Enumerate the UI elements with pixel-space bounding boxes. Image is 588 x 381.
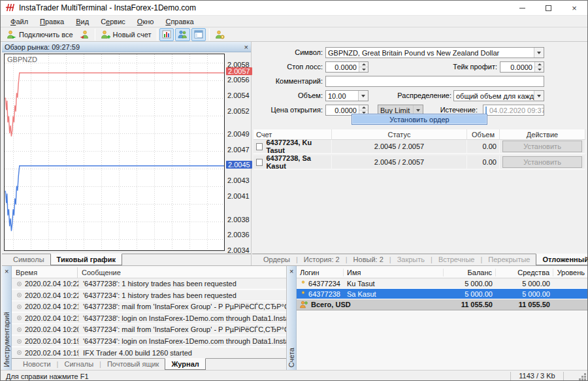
person-connect-icon <box>7 30 16 39</box>
order-tabs: Ордеры|История: 2|Новый: 2|Закрыть|Встре… <box>252 254 587 265</box>
connect-all-label: Подключить все <box>19 31 73 39</box>
volume-select[interactable]: 10.00 <box>325 90 368 101</box>
account-row[interactable]: 64377234Ku Tasut5 000.005 000.00 <box>297 278 588 289</box>
account-checkbox[interactable] <box>256 143 263 150</box>
symbol-label: Символ: <box>252 47 323 56</box>
accounts-close-icon[interactable]: × <box>289 267 293 275</box>
market-watch-close-icon[interactable]: × <box>244 44 248 50</box>
journal-tab-0[interactable]: Новости <box>17 359 57 370</box>
accounts-strip: × Счета <box>287 266 297 370</box>
log-entry-icon <box>17 339 22 344</box>
stop-loss-value: 0.0000 <box>326 63 359 71</box>
log-entry-icon <box>17 316 22 320</box>
journal-row[interactable]: 2020.02.04 10:22:2...'64377238': 1 histo… <box>12 278 286 290</box>
account-person-icon <box>300 280 306 288</box>
accounts-panel: × Счета ЛогинИмяБалансСредстваУровень643… <box>286 265 587 370</box>
expiry-field[interactable]: 04.02.2020 09:37 <box>483 105 544 116</box>
accounts-toggle[interactable] <box>175 28 190 41</box>
spin-up-icon[interactable] <box>359 105 368 110</box>
place-order-button[interactable]: Установить ордер <box>351 114 487 125</box>
new-account-label: Новый счет <box>113 31 152 39</box>
account-row[interactable]: 64377238Sa Kasut5 000.005 000.00 <box>297 289 588 299</box>
status-row-quotes: 2.0045 / 2.0057 <box>332 156 467 170</box>
symbol-select[interactable]: GBPNZD, Great Britain Pound vs New Zeala… <box>325 47 544 58</box>
account-checkbox[interactable] <box>256 159 263 166</box>
menu-item-5[interactable]: Справка <box>159 17 199 26</box>
comment-label: Комментарий: <box>252 76 323 85</box>
menu-item-1[interactable]: Правка <box>34 17 70 26</box>
journal-time: 2020.02.04 10:22:2... <box>25 291 78 299</box>
place-button-disabled[interactable]: Установить <box>502 156 582 168</box>
journal-tab-2[interactable]: Почтовый ящик <box>101 359 165 370</box>
spin-up-icon[interactable] <box>535 62 544 67</box>
spin-down-icon[interactable] <box>359 67 368 72</box>
log-entry-icon <box>17 327 22 332</box>
stop-loss-input[interactable]: 0.0000 <box>325 61 368 73</box>
menu-item-2[interactable]: Вид <box>70 17 95 26</box>
orders-tab-1[interactable]: История: 2 <box>298 254 346 265</box>
status-row-account[interactable]: 64377234, Ku Tasut <box>253 140 332 154</box>
close-button[interactable]: × <box>561 1 587 15</box>
journal-close-icon[interactable]: × <box>5 267 8 275</box>
terminal-toggle[interactable] <box>191 28 206 41</box>
status-row-account[interactable]: 64377238, Sa Kasut <box>253 156 332 170</box>
menu-item-0[interactable]: Файл <box>5 17 34 26</box>
person-disconnect-icon <box>80 30 90 39</box>
account-login: 64377238 <box>297 290 344 298</box>
journal-row[interactable]: 2020.02.04 10:21:0...'64377238': login o… <box>12 313 286 324</box>
axis-tick-8: 2.0038 <box>227 216 250 224</box>
place-button-disabled[interactable]: Установить <box>502 141 582 152</box>
account-settings-button[interactable] <box>212 28 228 41</box>
open-price-label: Цена открытия: <box>252 105 323 114</box>
distribution-value: общий объем для каждого ордера <box>454 92 534 100</box>
resize-grip[interactable] <box>584 378 586 380</box>
orders-tab-0[interactable]: Ордеры <box>257 254 296 265</box>
spin-up-icon[interactable] <box>359 62 368 67</box>
disconnect-all-button[interactable] <box>76 28 93 41</box>
journal-tab-3[interactable]: Журнал <box>165 358 205 370</box>
chevron-down-icon <box>358 91 368 101</box>
take-profit-input[interactable]: 0.0000 <box>500 61 544 73</box>
orders-tab-4[interactable]: Встречные <box>433 254 481 265</box>
distribution-select[interactable]: общий объем для каждого ордера <box>453 90 544 101</box>
journal-row[interactable]: 2020.02.04 10:21:1...'64377238': mail fr… <box>12 301 286 312</box>
market-watch-tab-1[interactable]: Тиковый график <box>50 254 122 265</box>
menu-item-4[interactable]: Окно <box>131 17 160 26</box>
open-price-value: 0.0000 <box>326 107 359 114</box>
connect-all-button[interactable]: Подключить все <box>3 28 76 41</box>
account-login: 64377234 <box>297 280 344 288</box>
axis-tick-2: 2.0054 <box>227 91 250 99</box>
orders-tab-2[interactable]: Новый: 2 <box>348 254 389 265</box>
menu-item-3[interactable]: Сервис <box>95 17 131 26</box>
market-watch-title: Обзор рынка: 09:27:59 <box>5 43 80 51</box>
accounts-col-header-2: Баланс <box>444 269 496 276</box>
toolbar-separator <box>157 29 157 41</box>
journal-tab-1[interactable]: Сигналы <box>58 359 99 370</box>
account-person-icon <box>300 290 306 298</box>
new-account-button[interactable]: Новый счет <box>97 28 155 41</box>
market-watch-tab-0[interactable]: Символы <box>7 254 50 265</box>
status-row-volume: 0.00 <box>467 140 500 154</box>
orders-tab-3[interactable]: Закрыть <box>391 254 431 265</box>
status-row-action: Установить <box>500 156 585 170</box>
toolbar: Подключить все Новый счет <box>1 27 587 42</box>
maximize-button[interactable] <box>535 1 561 15</box>
orders-tab-6[interactable]: Отложенный <box>536 254 588 265</box>
journal-row[interactable]: 2020.02.04 10:19:3...IFX Trader 4.00 bui… <box>12 348 286 359</box>
market-watch-toggle[interactable] <box>159 28 174 41</box>
journal-row[interactable]: 2020.02.04 10:22:2...'64377234': 1 histo… <box>12 290 286 301</box>
total-equity: 11 055.50 <box>496 301 553 308</box>
journal-row[interactable]: 2020.02.04 10:20:0...'64377234': mail fr… <box>12 324 286 335</box>
total-label-cell: Всего, USD <box>297 301 444 308</box>
log-entry-icon <box>17 350 22 355</box>
journal-row[interactable]: 2020.02.04 10:19:5...'64377234': login o… <box>12 336 286 347</box>
status-col-header-1: Статус <box>332 129 467 140</box>
minimize-button[interactable] <box>509 1 535 15</box>
comment-input[interactable] <box>325 76 544 87</box>
orders-tab-5[interactable]: Перекрытые <box>482 254 536 265</box>
status-row-quotes: 2.0045 / 2.0057 <box>332 140 467 154</box>
account-holder-name: Sa Kasut <box>344 290 444 298</box>
axis-tick-7: 2.0041 <box>227 192 250 200</box>
spin-down-icon[interactable] <box>535 67 544 72</box>
account-login-number: 64377238 <box>308 290 340 298</box>
